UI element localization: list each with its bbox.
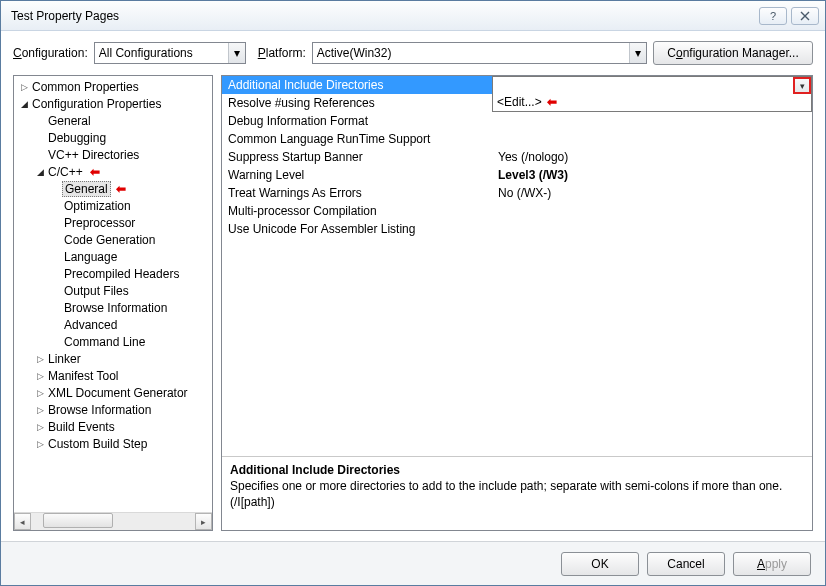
tree-pane: ▷Common Properties ◢Configuration Proper… [13, 75, 213, 531]
titlebar[interactable]: Test Property Pages ? [1, 1, 825, 31]
edit-value-text: <Edit...> [497, 95, 542, 109]
property-row[interactable]: Multi-processor Compilation [222, 202, 812, 220]
configuration-combo[interactable]: All Configurations ▾ [94, 42, 246, 64]
property-value[interactable]: Yes (/nologo) [492, 148, 812, 166]
tree-cc-advanced[interactable]: Advanced [14, 316, 212, 333]
property-row[interactable]: Use Unicode For Assembler Listing [222, 220, 812, 238]
tree-buildevents[interactable]: ▷Build Events [14, 418, 212, 435]
top-controls: Configuration: All Configurations ▾ Plat… [13, 41, 813, 65]
property-value[interactable] [492, 202, 812, 220]
close-icon [800, 11, 810, 21]
help-button[interactable]: ? [759, 7, 787, 25]
close-button[interactable] [791, 7, 819, 25]
property-label: Multi-processor Compilation [222, 202, 492, 220]
dropdown-button[interactable]: ▾ [793, 77, 811, 94]
property-label: Treat Warnings As Errors [222, 184, 492, 202]
chevron-down-icon: ▾ [228, 43, 245, 63]
scroll-thumb[interactable] [43, 513, 113, 528]
edit-value-line: <Edit...> ⬅ [497, 95, 557, 109]
chevron-down-icon: ▾ [629, 43, 646, 63]
tree-cc-general[interactable]: General⬅ [14, 180, 212, 197]
property-value[interactable]: No (/WX-) [492, 184, 812, 202]
property-value[interactable]: Level3 (/W3) [492, 166, 812, 184]
tree-custombuild[interactable]: ▷Custom Build Step [14, 435, 212, 452]
description-title: Additional Include Directories [230, 463, 804, 477]
property-label: Common Language RunTime Support [222, 130, 492, 148]
property-row[interactable]: Suppress Startup BannerYes (/nologo) [222, 148, 812, 166]
red-arrow-annotation: ⬅ [90, 165, 100, 179]
tree-xmldoc[interactable]: ▷XML Document Generator [14, 384, 212, 401]
tree-cc-language[interactable]: Language [14, 248, 212, 265]
platform-label: Platform: [258, 46, 306, 60]
property-row[interactable]: Warning LevelLevel3 (/W3) [222, 166, 812, 184]
property-label: Resolve #using References [222, 94, 492, 112]
configuration-manager-button[interactable]: Configuration Manager... [653, 41, 813, 65]
tree-cc-optimization[interactable]: Optimization [14, 197, 212, 214]
tree-configuration-properties[interactable]: ◢Configuration Properties [14, 95, 212, 112]
configuration-label: Configuration: [13, 46, 88, 60]
property-label: Suppress Startup Banner [222, 148, 492, 166]
scroll-left-button[interactable]: ◂ [14, 513, 31, 530]
tree-cc-preprocessor[interactable]: Preprocessor [14, 214, 212, 231]
tree-cc-pch[interactable]: Precompiled Headers [14, 265, 212, 282]
dialog-footer: OK Cancel Apply [1, 541, 825, 585]
tree-general[interactable]: General [14, 112, 212, 129]
property-row[interactable]: Debug Information Format [222, 112, 812, 130]
property-value[interactable] [492, 130, 812, 148]
property-row[interactable]: Treat Warnings As ErrorsNo (/WX-) [222, 184, 812, 202]
red-arrow-annotation: ⬅ [547, 95, 557, 109]
description-panel: Additional Include Directories Specifies… [222, 456, 812, 530]
scroll-right-button[interactable]: ▸ [195, 513, 212, 530]
dialog-body: Configuration: All Configurations ▾ Plat… [1, 31, 825, 541]
tree-debugging[interactable]: Debugging [14, 129, 212, 146]
property-value[interactable] [492, 220, 812, 238]
scroll-track[interactable] [31, 513, 195, 530]
platform-value: Active(Win32) [317, 46, 392, 60]
tree-cc-codegen[interactable]: Code Generation [14, 231, 212, 248]
description-text: Specifies one or more directories to add… [230, 479, 804, 510]
property-label: Additional Include Directories [222, 76, 492, 94]
property-grid[interactable]: ▾ <Edit...> ⬅ Additional Include Directo… [222, 76, 812, 456]
window-title: Test Property Pages [7, 9, 755, 23]
ok-button[interactable]: OK [561, 552, 639, 576]
tree-ccpp[interactable]: ◢C/C++⬅ [14, 163, 212, 180]
property-tree[interactable]: ▷Common Properties ◢Configuration Proper… [14, 76, 212, 512]
property-pages-window: Test Property Pages ? Configuration: All… [0, 0, 826, 586]
tree-hscrollbar[interactable]: ◂ ▸ [14, 512, 212, 530]
property-row[interactable]: Common Language RunTime Support [222, 130, 812, 148]
content-area: ▷Common Properties ◢Configuration Proper… [13, 75, 813, 531]
tree-vc-directories[interactable]: VC++ Directories [14, 146, 212, 163]
cancel-button[interactable]: Cancel [647, 552, 725, 576]
tree-linker[interactable]: ▷Linker [14, 350, 212, 367]
property-value[interactable] [492, 112, 812, 130]
apply-button[interactable]: Apply [733, 552, 811, 576]
red-arrow-annotation: ⬅ [116, 182, 126, 196]
property-label: Warning Level [222, 166, 492, 184]
tree-common-properties[interactable]: ▷Common Properties [14, 78, 212, 95]
property-grid-pane: ▾ <Edit...> ⬅ Additional Include Directo… [221, 75, 813, 531]
tree-manifest[interactable]: ▷Manifest Tool [14, 367, 212, 384]
property-label: Use Unicode For Assembler Listing [222, 220, 492, 238]
tree-cc-output[interactable]: Output Files [14, 282, 212, 299]
tree-cc-browse[interactable]: Browse Information [14, 299, 212, 316]
configuration-value: All Configurations [99, 46, 193, 60]
platform-combo[interactable]: Active(Win32) ▾ [312, 42, 647, 64]
tree-cc-cmdline[interactable]: Command Line [14, 333, 212, 350]
tree-browse[interactable]: ▷Browse Information [14, 401, 212, 418]
property-label: Debug Information Format [222, 112, 492, 130]
value-editor[interactable]: ▾ <Edit...> ⬅ [492, 76, 812, 112]
